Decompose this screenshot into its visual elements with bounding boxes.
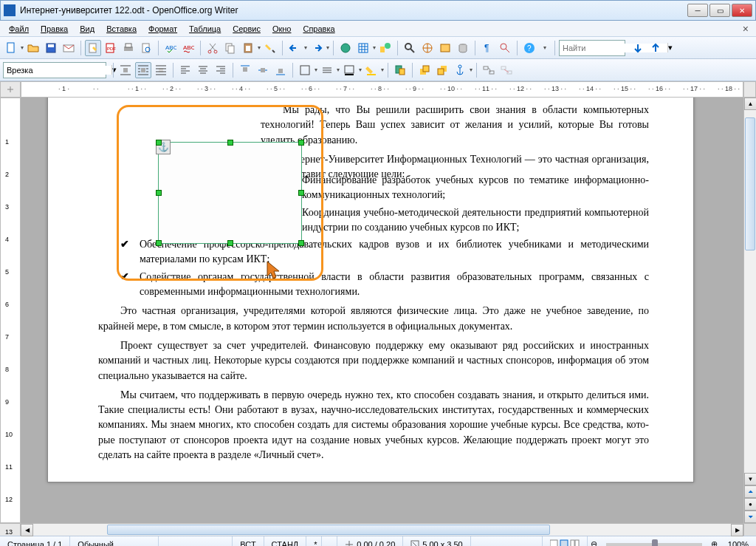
edit-mode-icon[interactable] [85, 40, 101, 56]
vertical-scrollbar[interactable]: ▲ ▼ ⏶ ● ⏷ [743, 98, 756, 523]
nav-icon[interactable]: ● [744, 498, 756, 511]
anchor-icon[interactable] [452, 62, 468, 78]
zoom-out-icon[interactable]: ⊖ [588, 536, 600, 546]
scroll-right-icon[interactable]: ▶ [731, 524, 743, 536]
zoom-in-icon[interactable]: ⊕ [708, 536, 721, 546]
paste-icon[interactable] [240, 40, 256, 56]
scroll-thumb[interactable] [745, 117, 755, 250]
menu-help[interactable]: Справка [297, 23, 340, 35]
export-pdf-icon[interactable]: PDF [103, 40, 119, 56]
scroll-left-icon[interactable]: ◀ [21, 524, 33, 536]
restore-button[interactable]: ▭ [709, 4, 730, 17]
scroll-thumb[interactable] [107, 525, 550, 535]
email-icon[interactable] [61, 40, 77, 56]
wrap-through-icon[interactable] [153, 62, 169, 78]
document-close-icon[interactable]: × [738, 23, 753, 35]
table-icon[interactable] [355, 40, 371, 56]
bring-front-icon[interactable] [416, 62, 433, 78]
status-style[interactable]: Обычный [70, 536, 159, 546]
align-left-icon[interactable] [177, 62, 193, 78]
send-back-icon[interactable] [434, 62, 450, 78]
align-vcenter-icon[interactable] [255, 62, 271, 78]
status-zoom[interactable]: 100% [721, 536, 756, 546]
style-combo[interactable]: Врезка ▾ [3, 62, 106, 78]
document-canvas[interactable]: Мы рады, что Вы решили расширить свои зн… [21, 98, 743, 523]
navigator-icon[interactable] [419, 40, 436, 56]
resize-handle-n[interactable] [227, 140, 233, 146]
undo-icon[interactable] [286, 40, 303, 56]
dropdown-icon[interactable]: ▾ [667, 43, 673, 52]
zoom-slider[interactable] [606, 543, 702, 546]
scroll-track[interactable] [33, 524, 731, 536]
resize-handle-e[interactable] [298, 190, 304, 196]
link-frames-icon[interactable] [481, 62, 497, 78]
redo-icon[interactable] [309, 40, 325, 56]
menu-insert[interactable]: Вставка [100, 23, 142, 35]
align-top-icon[interactable] [237, 62, 253, 78]
wrap-off-icon[interactable] [117, 62, 134, 78]
resize-handle-ne[interactable] [298, 140, 304, 146]
resize-handle-sw[interactable] [156, 240, 162, 246]
menu-tools[interactable]: Сервис [227, 23, 267, 35]
wrap-on-icon[interactable] [135, 62, 151, 78]
scroll-down-icon[interactable]: ▼ [744, 473, 756, 485]
scroll-track[interactable] [744, 110, 756, 473]
bg-color-icon[interactable] [363, 62, 379, 78]
copy-icon[interactable] [222, 40, 238, 56]
autospell-icon[interactable]: ABC [180, 40, 196, 56]
status-selection[interactable]: СТАНД [264, 536, 307, 546]
horizontal-scrollbar[interactable]: ◀ ▶ [21, 524, 743, 536]
new-doc-icon[interactable] [3, 40, 19, 56]
style-input[interactable]: Врезка [4, 66, 111, 75]
align-center-icon[interactable] [195, 62, 211, 78]
unlink-frames-icon[interactable] [498, 62, 515, 78]
borders-icon[interactable] [297, 62, 313, 78]
menu-format[interactable]: Формат [142, 23, 183, 35]
border-style-icon[interactable] [319, 62, 335, 78]
horizontal-ruler[interactable]: · 1 ·· ·· · 1 · ·· · 2 · ·· · 3 · ·· · 4… [21, 81, 743, 98]
border-color-icon[interactable] [341, 62, 357, 78]
menu-view[interactable]: Вид [74, 23, 100, 35]
status-position[interactable]: 0,00 / 0,20 [337, 536, 403, 546]
find-prev-icon[interactable] [647, 40, 664, 56]
text-frame[interactable]: ⚓ [158, 142, 302, 244]
frame-props-icon[interactable] [392, 62, 408, 78]
scroll-up-icon[interactable]: ▲ [744, 98, 756, 110]
status-insert[interactable]: ВСТ [233, 536, 264, 546]
zoom-thumb[interactable] [652, 539, 658, 547]
nonprinting-icon[interactable]: ¶ [479, 40, 495, 56]
close-button[interactable]: ✕ [732, 4, 752, 17]
gallery-icon[interactable] [437, 40, 453, 56]
find-next-icon[interactable] [630, 40, 646, 56]
menu-edit[interactable]: Правка [35, 23, 74, 35]
align-bottom-icon[interactable] [272, 62, 289, 78]
menu-file[interactable]: Файл [3, 23, 35, 35]
find-combo[interactable]: ▾ [559, 40, 625, 56]
status-signature[interactable] [322, 536, 337, 546]
status-lang[interactable] [159, 536, 233, 546]
status-viewlayout[interactable] [543, 536, 588, 546]
vertical-ruler[interactable]: 12345678910111213 [0, 98, 21, 523]
resize-handle-s[interactable] [227, 240, 233, 246]
print-icon[interactable] [120, 40, 137, 56]
zoom-icon[interactable] [497, 40, 513, 56]
resize-handle-w[interactable] [156, 190, 162, 196]
menu-table[interactable]: Таблица [183, 23, 227, 35]
menu-window[interactable]: Окно [267, 23, 298, 35]
spellcheck-icon[interactable]: ABC [162, 40, 179, 56]
minimize-button[interactable]: ─ [687, 4, 708, 17]
resize-handle-se[interactable] [298, 240, 304, 246]
align-right-icon[interactable] [213, 62, 229, 78]
find-icon[interactable] [402, 40, 418, 56]
prev-page-icon[interactable]: ⏶ [744, 485, 756, 498]
drawing-icon[interactable] [377, 40, 394, 56]
next-page-icon[interactable]: ⏷ [744, 511, 756, 523]
cut-icon[interactable] [205, 40, 221, 56]
help-icon[interactable]: ? [521, 40, 537, 56]
hyperlink-icon[interactable] [337, 40, 354, 56]
format-paintbrush-icon[interactable] [262, 40, 278, 56]
status-size[interactable]: 5,00 x 3,50 [403, 536, 470, 546]
open-icon[interactable] [25, 40, 41, 56]
save-icon[interactable] [43, 40, 59, 56]
preview-icon[interactable] [138, 40, 154, 56]
